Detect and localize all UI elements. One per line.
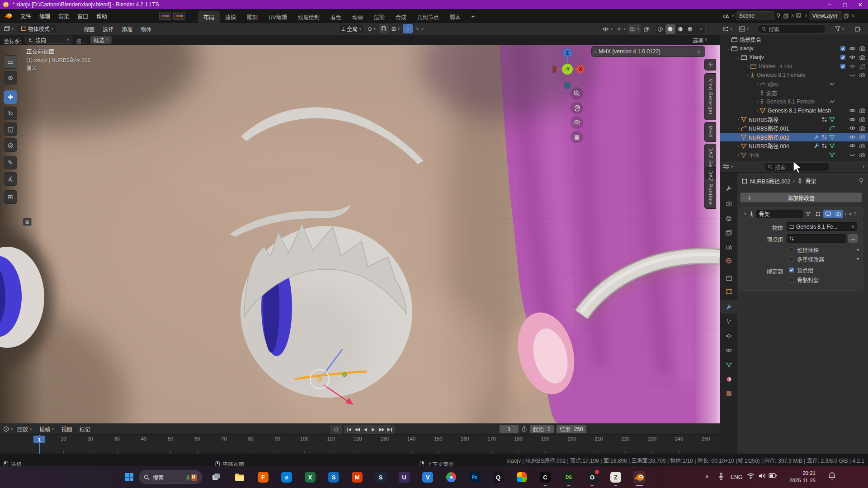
auto-keying-toggle[interactable] bbox=[330, 425, 342, 434]
sidebar-tab-gear-icon[interactable] bbox=[704, 59, 716, 70]
properties-tab-modifiers[interactable] bbox=[720, 300, 737, 314]
outliner-row-NURBS路径.001[interactable]: ›NURBS路径.001 bbox=[720, 124, 868, 133]
tool-measure[interactable]: ∡ bbox=[4, 172, 17, 186]
gizmos-dropdown[interactable]: ∨ bbox=[615, 24, 627, 34]
viewport-menu-1[interactable]: 选择 bbox=[99, 23, 118, 35]
selectable-checkbox[interactable] bbox=[840, 63, 846, 69]
current-frame-badge[interactable]: 1 bbox=[33, 436, 45, 443]
timeline-editor-icon[interactable]: ∨ bbox=[2, 424, 14, 434]
modifier-object-field[interactable]: Genesis 8.1 Fe... × bbox=[787, 222, 857, 231]
select-mode-dropdown[interactable]: 框选∨ bbox=[90, 36, 112, 44]
new-collection-icon[interactable] bbox=[853, 24, 863, 33]
outliner-row-Hidden[interactable]: ›Hidden4 103 bbox=[720, 62, 868, 71]
menubar-menu-0[interactable]: 文件 bbox=[16, 9, 35, 23]
outliner-row-NURBS路径[interactable]: ›NURBS路径 bbox=[720, 115, 868, 124]
expand-toggle[interactable]: › bbox=[736, 144, 741, 148]
breadcrumb-object[interactable]: NURBS路径.002 bbox=[750, 177, 790, 185]
selectable-checkbox[interactable] bbox=[840, 46, 846, 52]
properties-tab-texture[interactable] bbox=[720, 387, 737, 400]
jump-to-start-button[interactable] bbox=[345, 425, 353, 434]
pan-hand-icon[interactable] bbox=[571, 102, 583, 114]
outliner-row-场景集合[interactable]: 场景集合 bbox=[720, 35, 868, 44]
play-button[interactable] bbox=[369, 425, 377, 434]
proportional-falloff-dropdown[interactable]: ∿∨ bbox=[415, 24, 425, 33]
drag-grip-icon[interactable]: ⠿ bbox=[698, 49, 701, 54]
hide-viewport-eye-icon[interactable] bbox=[849, 64, 856, 69]
play-reverse-button[interactable] bbox=[361, 425, 369, 434]
timeline-menu-视图[interactable]: 视图 bbox=[58, 423, 76, 435]
properties-tab-collection[interactable] bbox=[720, 271, 737, 285]
scene-name-field[interactable]: Scene bbox=[736, 11, 774, 20]
disable-render-camera-icon[interactable] bbox=[859, 72, 866, 78]
previous-keyframe-button[interactable] bbox=[353, 425, 361, 434]
properties-tab-constraints[interactable] bbox=[720, 343, 737, 357]
modifier-name-field[interactable]: 骨架 bbox=[756, 210, 803, 218]
sidebar-tab-daz-runtime[interactable]: DAZ Runtime bbox=[704, 167, 716, 209]
workspace-tab-动画[interactable]: 动画 bbox=[347, 11, 368, 23]
outliner-row-Xiaojv[interactable]: ⌄Xiaojv bbox=[720, 53, 868, 62]
app-icon-task-view[interactable] bbox=[210, 471, 222, 483]
xray-toggle-icon[interactable] bbox=[642, 24, 652, 34]
app-icon-zbrush[interactable]: Z bbox=[609, 471, 622, 483]
hide-viewport-eye-icon[interactable] bbox=[849, 143, 856, 148]
outliner-row-Genesis 8.1 Female Mesh[interactable]: ›Genesis 8.1 Female Mesh bbox=[720, 106, 868, 115]
menubar-menu-1[interactable]: 编辑 bbox=[35, 9, 54, 23]
disable-render-camera-icon[interactable] bbox=[859, 117, 866, 122]
shading-rendered-icon[interactable] bbox=[685, 24, 695, 34]
outliner-display-mode-dropdown[interactable]: ∨ bbox=[722, 24, 734, 33]
pin-icon[interactable] bbox=[776, 13, 781, 19]
editor-type-icon[interactable]: ∨ bbox=[3, 24, 15, 33]
hide-viewport-eye-icon[interactable] bbox=[849, 152, 856, 157]
camera-view-icon[interactable] bbox=[571, 116, 583, 129]
copy-scene-icon[interactable] bbox=[783, 14, 788, 19]
coord-system-dropdown[interactable]: 法向∨ bbox=[25, 36, 72, 44]
fbx-addon-badges[interactable]: FBX FBX bbox=[159, 12, 185, 20]
menubar-menu-4[interactable]: 帮助 bbox=[92, 9, 111, 23]
disable-render-camera-icon[interactable] bbox=[859, 152, 866, 158]
hide-viewport-eye-icon[interactable] bbox=[849, 73, 856, 78]
invert-vertex-group-button[interactable]: ↔ bbox=[848, 234, 858, 243]
modifier-realtime-toggle[interactable] bbox=[823, 210, 833, 218]
fbx-export-icon[interactable]: FBX bbox=[173, 12, 185, 20]
bind-bone-envelopes-checkbox[interactable]: 骨骼封套 bbox=[788, 276, 819, 284]
app-icon-file-explorer[interactable] bbox=[233, 471, 246, 483]
shading-wireframe-icon[interactable] bbox=[656, 24, 665, 34]
hide-viewport-eye-icon[interactable] bbox=[849, 108, 856, 113]
app-icon-daz-studio[interactable]: DS bbox=[562, 471, 575, 483]
viewlayer-name-field[interactable]: ViewLayer bbox=[809, 11, 842, 20]
selectable-checkbox[interactable] bbox=[840, 54, 846, 60]
outliner-row-Genesis 8.1 Female[interactable]: ›Genesis 8.1 Female bbox=[720, 97, 868, 106]
frame-end-field[interactable]: 结束250 bbox=[557, 425, 586, 433]
sidebar-tab-vmd-retarget[interactable]: Vmd Retarget bbox=[704, 73, 716, 120]
outliner-row-NURBS路径.004[interactable]: ›NURBS路径.004 bbox=[720, 141, 868, 150]
wifi-icon[interactable] bbox=[747, 473, 755, 479]
outliner-row-NURBS路径.002[interactable]: ›NURBS路径.002 bbox=[720, 133, 868, 142]
app-icon-chrome[interactable] bbox=[445, 471, 458, 483]
viewport-menu-0[interactable]: 视图 bbox=[80, 23, 99, 35]
mode-dropdown[interactable]: 物体模式∨ bbox=[18, 24, 57, 33]
hide-viewport-eye-icon[interactable] bbox=[849, 135, 856, 140]
properties-tab-particles[interactable] bbox=[720, 314, 737, 328]
app-icon-firefox[interactable]: F bbox=[257, 471, 269, 483]
next-keyframe-button[interactable] bbox=[377, 425, 386, 434]
preserve-volume-checkbox[interactable]: 维持体积 bbox=[788, 246, 819, 254]
app-icon-vscode[interactable]: V bbox=[421, 471, 434, 483]
tool-move[interactable]: ✚ bbox=[4, 90, 17, 104]
shading-solid-icon[interactable] bbox=[665, 24, 675, 34]
workspace-tab-纹理绘制[interactable]: 纹理绘制 bbox=[292, 11, 325, 23]
blender-menu-logo-icon[interactable] bbox=[5, 12, 12, 19]
properties-tab-tool[interactable] bbox=[720, 182, 737, 195]
workspace-tab-合成[interactable]: 合成 bbox=[390, 11, 412, 23]
delete-viewlayer-icon[interactable]: × bbox=[851, 13, 854, 19]
outliner-filter-funnel-dropdown[interactable]: ∨ bbox=[834, 24, 845, 33]
properties-editor-icon[interactable]: ∨ bbox=[722, 162, 734, 171]
app-icon-photoshop[interactable]: Ps bbox=[468, 471, 481, 483]
properties-tab-world[interactable] bbox=[720, 254, 737, 267]
start-button[interactable] bbox=[123, 471, 136, 483]
minimize-button[interactable]: ─ bbox=[822, 0, 837, 9]
annotation-placeholder-icon[interactable]: ▧ bbox=[23, 218, 32, 226]
expand-toggle[interactable]: ⌄ bbox=[736, 55, 741, 60]
app-icon-photos[interactable] bbox=[515, 471, 528, 483]
properties-tab-scene[interactable] bbox=[720, 240, 737, 253]
multi-modifier-checkbox[interactable]: 多重修改器 bbox=[788, 255, 824, 263]
